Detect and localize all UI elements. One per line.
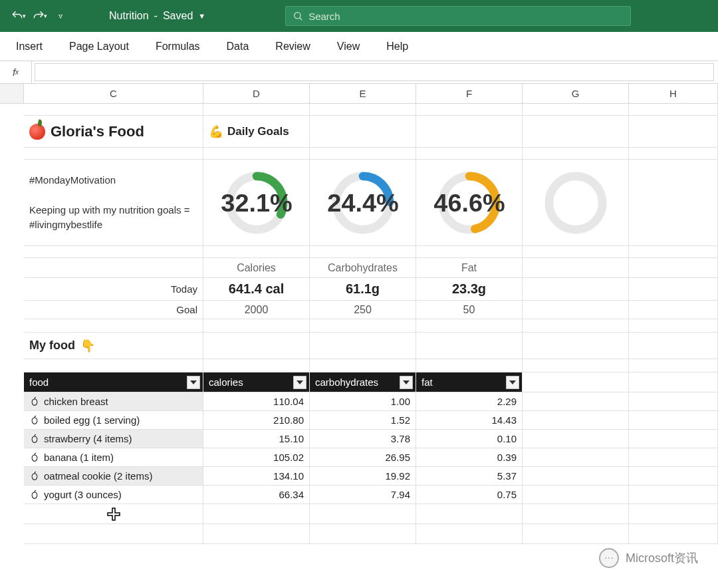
col-header-c[interactable]: C: [24, 84, 203, 104]
formula-bar: fx: [0, 61, 718, 84]
goal-carbs: 250: [354, 304, 372, 316]
tab-data[interactable]: Data: [227, 41, 249, 53]
tab-review[interactable]: Review: [275, 41, 310, 53]
svg-text:46.6%: 46.6%: [434, 188, 505, 216]
save-state: Saved: [163, 10, 193, 22]
apple-outline-icon: [29, 490, 40, 500]
apple-outline-icon: [29, 434, 40, 444]
undo-button[interactable]: ▾: [9, 7, 27, 25]
workbook-title-cell[interactable]: Gloria's Food: [24, 116, 203, 147]
cell-cursor-icon: [107, 508, 120, 521]
ribbon-tabs: Insert Page Layout Formulas Data Review …: [0, 32, 718, 61]
tab-formulas[interactable]: Formulas: [156, 41, 200, 53]
row-label-today: Today: [29, 283, 197, 295]
redo-button[interactable]: ▾: [31, 7, 48, 25]
filter-button-food[interactable]: [187, 376, 200, 389]
th-calories[interactable]: calories: [203, 372, 310, 392]
document-title[interactable]: Nutrition - Saved ▼: [109, 10, 205, 22]
worksheet-grid[interactable]: Gloria's Food 💪Daily Goals #MondayMotiva…: [24, 104, 718, 544]
today-cal: 641.4 cal: [229, 281, 284, 297]
note-cell[interactable]: #MondayMotivation Keeping up with my nut…: [24, 160, 203, 245]
column-headers: C D E F G H: [0, 84, 718, 104]
svg-text:32.1%: 32.1%: [221, 188, 292, 216]
tab-help[interactable]: Help: [386, 41, 408, 53]
muscle-icon: 💪: [209, 124, 223, 139]
donut-empty[interactable]: [523, 160, 629, 245]
metric-label-fat: Fat: [461, 262, 477, 274]
table-row[interactable]: banana (1 item)105.0226.950.39: [24, 448, 718, 467]
quick-access-toolbar: ▾ ▾ ▿: [0, 7, 69, 25]
donut-carbs[interactable]: 24.4%: [310, 160, 416, 245]
filter-button-cal[interactable]: [293, 376, 306, 389]
svg-point-11: [548, 176, 602, 229]
chevron-down-icon: ▼: [198, 12, 205, 20]
search-icon: [293, 11, 303, 21]
point-down-icon: 👇: [80, 339, 95, 353]
svg-point-0: [295, 13, 300, 19]
note-text: #MondayMotivation Keeping up with my nut…: [29, 173, 197, 233]
select-all-corner[interactable]: [0, 84, 24, 104]
myfood-title-cell[interactable]: My food👇: [24, 333, 203, 359]
apple-outline-icon: [29, 396, 40, 407]
filter-button-carbs[interactable]: [400, 376, 413, 389]
col-header-f[interactable]: F: [416, 84, 523, 104]
today-fat: 23.3g: [452, 281, 486, 297]
metric-label-cal: Calories: [237, 262, 276, 274]
apple-outline-icon: [29, 415, 40, 426]
col-header-e[interactable]: E: [310, 84, 416, 104]
donut-fat[interactable]: 46.6%: [416, 160, 523, 245]
daily-goals-cell[interactable]: 💪Daily Goals: [203, 116, 310, 147]
svg-text:24.4%: 24.4%: [328, 188, 398, 216]
table-row[interactable]: strawberry (4 items)15.103.780.10: [24, 430, 718, 448]
row-label-goal: Goal: [29, 304, 197, 315]
metric-label-carbs: Carbohydrates: [328, 262, 398, 274]
search-input[interactable]: [308, 11, 624, 22]
col-header-h[interactable]: H: [629, 84, 718, 104]
apple-icon: [29, 124, 45, 140]
goal-fat: 50: [463, 304, 475, 316]
tab-page-layout[interactable]: Page Layout: [69, 41, 129, 53]
goal-cal: 2000: [245, 304, 269, 316]
apple-outline-icon: [29, 452, 40, 463]
table-header-row: food calories carbohydrates fat: [24, 372, 718, 392]
col-header-d[interactable]: D: [203, 84, 310, 104]
table-row[interactable]: chicken breast110.041.002.29: [24, 392, 718, 411]
svg-line-1: [300, 18, 302, 20]
title-bar: ▾ ▾ ▿ Nutrition - Saved ▼: [0, 0, 718, 32]
tab-insert[interactable]: Insert: [16, 41, 43, 53]
filter-button-fat[interactable]: [506, 376, 519, 389]
apple-outline-icon: [29, 471, 40, 482]
formula-input[interactable]: [35, 63, 714, 81]
today-carbs: 61.1g: [346, 281, 380, 297]
th-food[interactable]: food: [24, 372, 203, 392]
document-name: Nutrition: [109, 10, 149, 22]
table-row[interactable]: boiled egg (1 serving)210.801.5214.43: [24, 411, 718, 430]
th-fat[interactable]: fat: [416, 372, 523, 392]
search-box[interactable]: [285, 6, 631, 26]
page-title: Gloria's Food: [51, 123, 144, 140]
table-row[interactable]: yogurt (3 ounces)66.347.940.75: [24, 486, 718, 504]
fx-icon[interactable]: fx: [0, 61, 32, 83]
col-header-g[interactable]: G: [523, 84, 629, 104]
qat-customize[interactable]: ▿: [52, 7, 69, 25]
tab-view[interactable]: View: [337, 41, 360, 53]
donut-calories[interactable]: 32.1%: [203, 160, 310, 245]
th-carbs[interactable]: carbohydrates: [310, 372, 416, 392]
table-row[interactable]: oatmeal cookie (2 items)134.1019.925.37: [24, 467, 718, 486]
